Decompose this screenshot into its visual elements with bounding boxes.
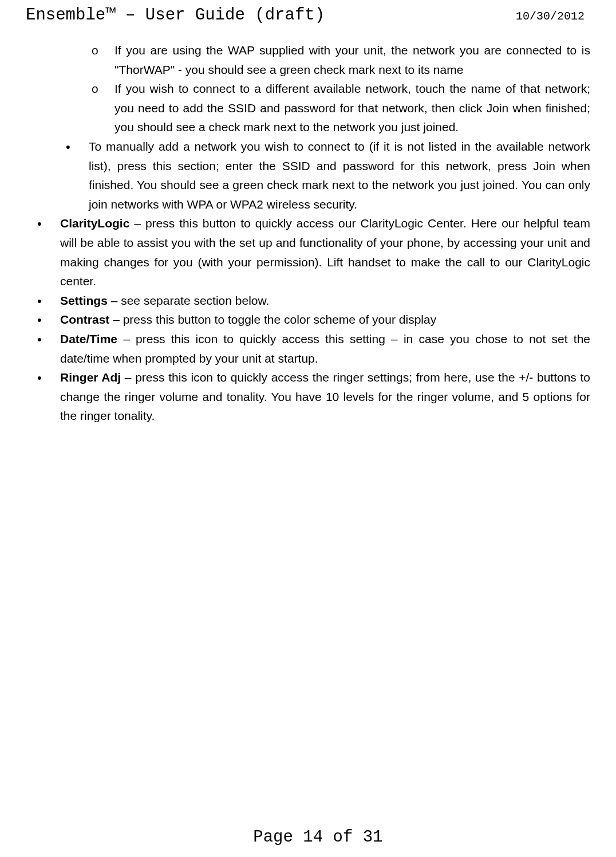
list-text: – see separate section below. xyxy=(108,294,270,307)
page-header: Ensemble™ – User Guide (draft) 10/30/201… xyxy=(26,6,590,25)
list-item: Date/Time – press this icon to quickly a… xyxy=(37,329,590,368)
page-number: Page 14 of 31 xyxy=(253,828,382,847)
list-item: Ringer Adj – press this icon to quickly … xyxy=(37,368,590,426)
list-text: – press this icon to quickly access the … xyxy=(60,371,590,422)
list-item: Contrast – press this button to toggle t… xyxy=(37,310,590,329)
list-item: ClarityLogic – press this button to quic… xyxy=(37,214,590,290)
list-text: To manually add a network you wish to co… xyxy=(89,140,590,211)
document-title: Ensemble™ – User Guide (draft) xyxy=(26,6,325,25)
list-item: If you are using the WAP supplied with y… xyxy=(92,41,590,79)
list-text: If you are using the WAP supplied with y… xyxy=(114,44,590,76)
body-content: If you are using the WAP supplied with y… xyxy=(26,41,590,426)
list-bold: Date/Time xyxy=(60,332,117,345)
list-text: If you wish to connect to a different av… xyxy=(114,82,590,133)
list-text: – press this icon to quickly access this… xyxy=(60,332,590,365)
list-bold: Contrast xyxy=(60,313,109,326)
page-footer: Page 14 of 31 xyxy=(0,809,616,847)
document-date: 10/30/2012 xyxy=(516,10,585,23)
list-text: – press this button to quickly access ou… xyxy=(60,217,590,288)
sub-list: To manually add a network you wish to co… xyxy=(26,137,590,214)
list-item: If you wish to connect to a different av… xyxy=(92,79,590,137)
list-bold: ClarityLogic xyxy=(60,217,129,230)
list-item: Settings – see separate section below. xyxy=(37,291,590,310)
main-list: ClarityLogic – press this button to quic… xyxy=(26,214,590,426)
list-text: – press this button to toggle the color … xyxy=(109,313,436,326)
sub-sub-list: If you are using the WAP supplied with y… xyxy=(26,41,590,137)
list-bold: Settings xyxy=(60,294,108,307)
list-item: To manually add a network you wish to co… xyxy=(66,137,590,214)
list-bold: Ringer Adj xyxy=(60,371,121,384)
